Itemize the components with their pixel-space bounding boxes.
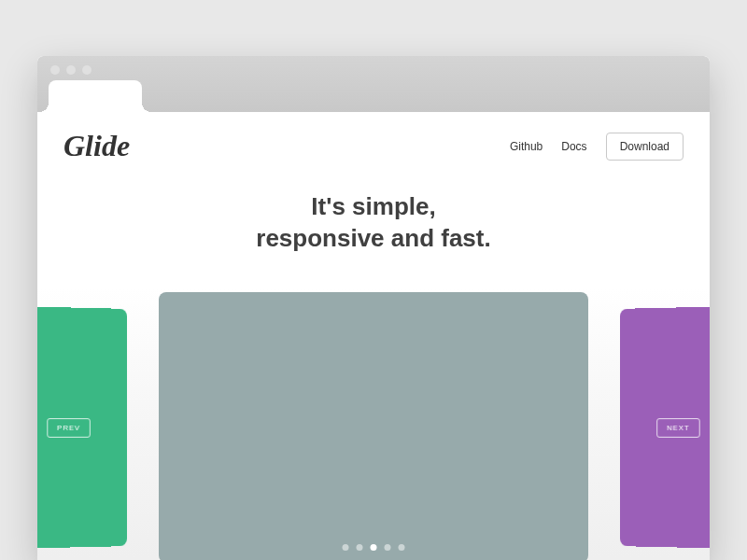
browser-chrome	[37, 56, 710, 112]
hero-title-line1: It's simple,	[37, 191, 710, 223]
hero-title: It's simple, responsive and fast.	[37, 191, 710, 255]
page-header: Glide Github Docs Download	[37, 112, 710, 180]
next-button[interactable]: NEXT	[657, 417, 700, 437]
download-button[interactable]: Download	[606, 133, 684, 161]
dot-2[interactable]	[357, 544, 363, 551]
hero-title-line2: responsive and fast.	[37, 223, 710, 255]
dot-4[interactable]	[385, 544, 391, 551]
pagination-dots	[343, 544, 405, 551]
maximize-icon[interactable]	[82, 65, 92, 75]
github-link[interactable]: Github	[510, 140, 543, 153]
page-content: Glide Github Docs Download It's simple, …	[37, 112, 710, 560]
slide-next[interactable]: NEXT	[620, 306, 710, 549]
close-icon[interactable]	[50, 65, 60, 75]
slide-active[interactable]	[159, 292, 588, 560]
browser-window: Glide Github Docs Download It's simple, …	[37, 56, 710, 560]
logo: Glide	[63, 129, 130, 163]
main-nav: Github Docs Download	[510, 133, 684, 161]
dot-5[interactable]	[399, 544, 405, 551]
carousel: PREV NEXT	[37, 287, 710, 560]
window-controls	[50, 65, 92, 75]
slide-prev[interactable]: PREV	[37, 306, 127, 549]
dot-3[interactable]	[371, 544, 377, 551]
browser-tab[interactable]	[49, 80, 142, 112]
minimize-icon[interactable]	[66, 65, 76, 75]
prev-button[interactable]: PREV	[47, 417, 90, 437]
docs-link[interactable]: Docs	[561, 140, 586, 153]
dot-1[interactable]	[343, 544, 349, 551]
